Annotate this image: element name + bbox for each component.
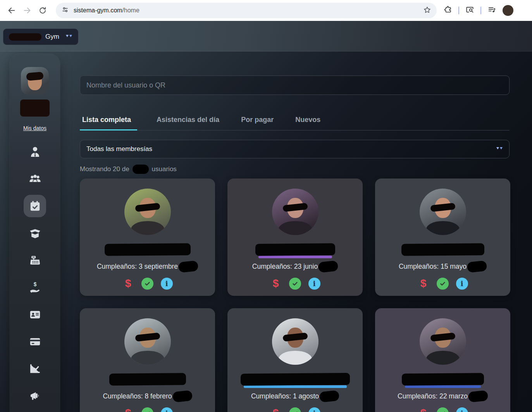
check-circle-icon[interactable] [141,407,153,412]
info-circle-icon[interactable]: i [161,278,173,290]
sidebar-item-box-open[interactable] [24,220,46,247]
user-card[interactable]: Cumpleaños: 23 junio $ i [227,179,363,296]
name-redacted [255,243,335,256]
card-actions: $ i [418,277,468,290]
gym-selector-dropdown[interactable]: Gym [3,29,78,45]
chevron-down-icon [496,146,503,153]
photo-placeholder [279,221,312,235]
censor-bar [430,203,455,212]
birthday-text: Cumpleaños: 23 junio [252,261,338,272]
sidebar-item-user-tie[interactable] [24,138,46,165]
info-circle-icon[interactable]: i [456,407,468,412]
card-actions: $ i [418,407,468,412]
payment-dollar-icon[interactable]: $ [418,407,429,412]
media-controls-icon[interactable] [487,5,496,16]
info-circle-icon[interactable]: i [308,278,320,290]
search-input[interactable] [80,76,510,95]
sidebar-item-chart-line[interactable] [24,355,46,382]
check-circle-icon[interactable] [289,278,301,290]
check-circle-icon[interactable] [437,278,449,290]
user-card[interactable]: Cumpleaños: 3 septiembre $ i [80,179,215,296]
birthday-text: Cumpleaños: 1 agosto [251,391,339,402]
info-circle-icon[interactable]: i [456,278,468,290]
info-circle-icon[interactable]: i [161,407,173,412]
toolbar-divider [480,7,481,14]
site-settings-icon[interactable] [61,6,69,15]
sidebar-item-cash-register[interactable] [24,247,46,274]
app-root: Gym Mis datos [0,21,532,412]
sidebar-item-credit-card[interactable] [24,328,46,355]
payment-dollar-icon[interactable]: $ [122,407,134,412]
extensions-icon[interactable] [444,5,452,15]
browser-actions [444,5,513,16]
user-photo [124,189,171,235]
sidebar-item-users[interactable] [24,165,46,192]
sidebar-item-id-card[interactable] [24,301,46,328]
name-peek [405,256,481,258]
user-name [402,373,484,386]
year-redacted [468,390,489,402]
results-count-suffix: usuarios [152,165,177,173]
check-circle-icon[interactable] [141,278,153,290]
url-text[interactable]: sistema-gym.com/home [74,7,423,14]
tabs: Lista completa Asistencias del día Por p… [80,116,510,130]
box-open-icon [29,227,41,240]
censor-bar [430,333,455,342]
screen-search-icon[interactable] [465,5,474,16]
reload-icon[interactable] [36,4,49,17]
photo-placeholder [279,351,312,365]
payment-dollar-icon[interactable]: $ [270,407,282,412]
check-circle-icon[interactable] [437,407,449,412]
forward-icon[interactable] [21,4,34,17]
sidebar-item-calendar-check[interactable] [24,192,46,220]
user-card[interactable]: Cumpleaños: 8 febrero $ i [80,308,215,412]
calendar-check-icon [29,200,41,213]
user-name [241,373,350,386]
user-photo [420,318,466,365]
user-name [401,244,484,257]
photo-placeholder [426,221,460,235]
results-count: Mostrando 20 de usuarios [80,165,510,174]
tab-por-pagar[interactable]: Por pagar [239,116,276,130]
birthday-text: Cumpleaños: 15 mayo [399,261,487,272]
check-circle-icon[interactable] [289,407,301,412]
name-peek [258,256,332,258]
address-bar[interactable]: sistema-gym.com/home [56,3,437,18]
user-card[interactable]: Cumpleaños: 1 agosto $ i [227,308,363,412]
info-circle-icon[interactable]: i [308,407,320,412]
membership-filter-value: Todas las membresías [86,145,152,153]
card-actions: $ i [122,277,173,290]
censor-bar [282,333,308,342]
megaphone-icon [29,390,41,402]
mis-datos-link[interactable]: Mis datos [23,125,46,131]
user-photo [124,318,171,365]
sidebar-item-megaphone[interactable] [24,382,46,409]
gym-name-redacted [9,33,41,41]
credit-card-icon [29,335,41,348]
membership-filter-select[interactable]: Todas las membresías [80,140,510,158]
tab-nuevos[interactable]: Nuevos [293,116,323,130]
toolbar-divider [458,7,459,14]
payment-dollar-icon[interactable]: $ [418,277,429,290]
user-photo [420,189,466,235]
tab-lista-completa[interactable]: Lista completa [80,116,137,130]
cash-register-icon [29,254,41,267]
name-redacted [401,373,484,385]
payment-dollar-icon[interactable]: $ [270,277,282,290]
results-count-prefix: Mostrando 20 de [80,165,129,173]
year-redacted [319,390,340,402]
name-peek [112,385,183,388]
back-icon[interactable] [5,4,18,17]
name-peek [108,256,188,258]
payment-dollar-icon[interactable]: $ [122,277,134,290]
censor-bar [282,203,308,212]
bookmark-star-icon[interactable] [423,6,431,15]
user-card[interactable]: Cumpleaños: 15 mayo $ i [375,179,510,296]
user-card[interactable]: Cumpleaños: 22 marzo $ i [375,308,510,412]
tab-asistencias-del-dia[interactable]: Asistencias del día [154,116,222,130]
profile-photo[interactable] [21,67,49,95]
censor-bar [135,333,160,342]
sidebar-item-hand-holding-dollar[interactable]: $ [24,274,46,301]
name-peek [405,385,481,388]
profile-avatar[interactable] [503,5,513,16]
